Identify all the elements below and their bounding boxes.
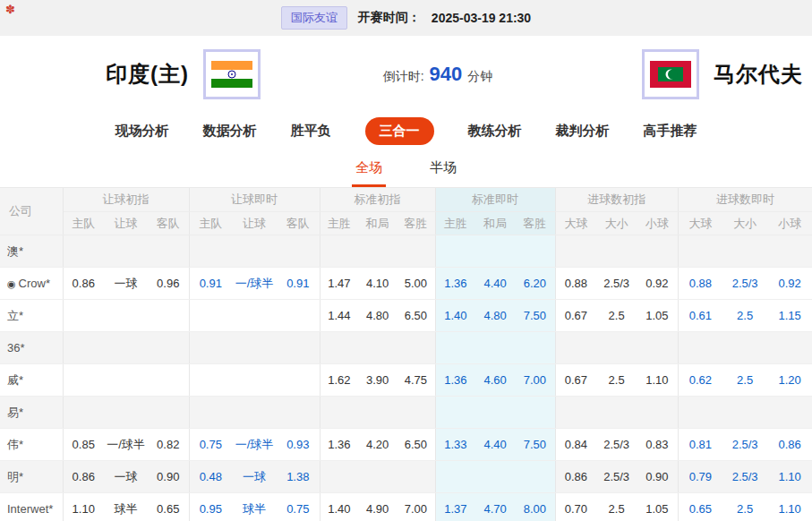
odds-cell	[189, 397, 232, 429]
odds-cell	[596, 332, 637, 364]
odds-cell: 1.38	[277, 461, 320, 493]
kickoff-time: 2025-03-19 21:30	[432, 11, 531, 25]
odds-cell	[232, 235, 277, 268]
odds-cell	[104, 364, 148, 397]
odds-cell: 0.86	[555, 461, 596, 493]
odds-cell	[678, 397, 722, 429]
table-row: ◉Crow*0.86一球0.960.91一/球半0.911.474.105.00…	[0, 268, 812, 300]
column-subheader: 大小	[722, 212, 767, 235]
company-column-header: 公司	[0, 188, 63, 235]
scope-tabs: 全场半场	[0, 150, 812, 188]
odds-cell	[232, 397, 277, 429]
kickoff-label: 开赛时间：	[358, 10, 421, 26]
nav-tab[interactable]: 数据分析	[203, 123, 257, 140]
odds-cell: 0.95	[189, 493, 232, 521]
company-cell[interactable]: 伟*	[0, 429, 63, 461]
odds-cell	[435, 397, 475, 429]
odds-cell: 0.91	[277, 268, 320, 300]
crown-icon: ◉	[7, 278, 16, 289]
odds-cell: 0.88	[678, 268, 722, 300]
company-cell[interactable]: 36*	[0, 332, 63, 364]
nav-tab[interactable]: 高手推荐	[644, 123, 697, 140]
nav-tab[interactable]: 教练分析	[468, 123, 522, 140]
nav-tab[interactable]: 现场分析	[115, 123, 169, 140]
column-subheader: 让球	[104, 212, 148, 235]
odds-cell: 0.62	[678, 364, 722, 397]
maldives-flag-icon	[650, 61, 691, 88]
odds-cell	[637, 332, 678, 364]
odds-cell: 2.5	[596, 300, 637, 332]
odds-cell: 0.75	[277, 493, 320, 521]
table-row: 易*	[0, 397, 812, 429]
odds-cell: 1.20	[767, 364, 812, 397]
odds-cell	[475, 332, 515, 364]
odds-cell	[148, 300, 189, 332]
odds-cell	[397, 397, 435, 429]
odds-cell: 0.70	[555, 493, 596, 521]
odds-cell	[435, 235, 475, 268]
odds-cell	[277, 364, 320, 397]
nav-tab[interactable]: 三合一	[365, 117, 434, 145]
odds-cell: 1.36	[320, 429, 358, 461]
odds-cell	[320, 461, 358, 493]
company-cell[interactable]: 易*	[0, 397, 63, 429]
nav-tab[interactable]: 裁判分析	[556, 123, 610, 140]
odds-cell	[767, 332, 812, 364]
odds-cell	[63, 300, 104, 332]
countdown-value: 940	[430, 63, 463, 86]
odds-cell: 8.00	[515, 493, 555, 521]
nav-tab[interactable]: 胜平负	[291, 123, 331, 140]
odds-cell: 0.67	[555, 300, 596, 332]
odds-cell	[358, 461, 397, 493]
company-cell[interactable]: 威*	[0, 364, 63, 397]
odds-cell	[358, 235, 397, 268]
odds-cell: 1.33	[435, 429, 475, 461]
odds-cell	[148, 332, 189, 364]
odds-cell: 0.79	[678, 461, 722, 493]
odds-cell	[63, 364, 104, 397]
odds-cell	[148, 364, 189, 397]
scope-tab[interactable]: 全场	[352, 150, 386, 187]
table-row: 威*1.623.904.751.364.607.000.672.51.100.6…	[0, 364, 812, 397]
odds-cell: 2.5	[722, 300, 767, 332]
odds-cell	[104, 300, 148, 332]
odds-cell: 0.48	[189, 461, 232, 493]
odds-cell: 球半	[104, 493, 148, 521]
india-flag-icon	[211, 61, 252, 88]
odds-cell: 0.81	[678, 429, 722, 461]
column-subheader: 主胜	[435, 212, 475, 235]
odds-cell: 6.20	[515, 268, 555, 300]
company-cell[interactable]: 立*	[0, 300, 63, 332]
company-cell[interactable]: ◉Crow*	[0, 268, 63, 300]
odds-cell: 1.40	[435, 300, 475, 332]
odds-cell: 0.90	[637, 461, 678, 493]
odds-cell: 0.83	[637, 429, 678, 461]
odds-cell: 4.90	[358, 493, 397, 521]
countdown-unit: 分钟	[467, 69, 492, 85]
column-subheader: 主队	[189, 212, 232, 235]
odds-cell: 1.62	[320, 364, 358, 397]
odds-cell	[767, 397, 812, 429]
odds-cell: 2.5	[596, 364, 637, 397]
odds-cell	[277, 332, 320, 364]
league-badge: 国际友谊	[281, 6, 347, 30]
odds-cell: 一/球半	[232, 429, 277, 461]
odds-cell	[358, 397, 397, 429]
odds-cell	[515, 461, 555, 493]
match-header: 印度(主) 倒计时: 940 分钟 马尔代夫	[0, 36, 812, 112]
odds-cell	[277, 300, 320, 332]
odds-cell: 0.96	[148, 268, 189, 300]
column-subheader: 让球	[232, 212, 277, 235]
company-cell[interactable]: 澳*	[0, 235, 63, 268]
odds-cell: 一/球半	[232, 268, 277, 300]
column-subheader: 主胜	[320, 212, 358, 235]
odds-table: 公司让球初指让球即时标准初指标准即时进球数初指进球数即时主队让球客队主队让球客队…	[0, 188, 812, 521]
odds-cell	[320, 397, 358, 429]
odds-cell: 2.5	[722, 493, 767, 521]
odds-cell	[555, 397, 596, 429]
company-cell[interactable]: Interwet*	[0, 493, 63, 521]
column-subheader: 客胜	[397, 212, 435, 235]
odds-cell: 4.75	[397, 364, 435, 397]
company-cell[interactable]: 明*	[0, 461, 63, 493]
scope-tab[interactable]: 半场	[426, 150, 460, 187]
